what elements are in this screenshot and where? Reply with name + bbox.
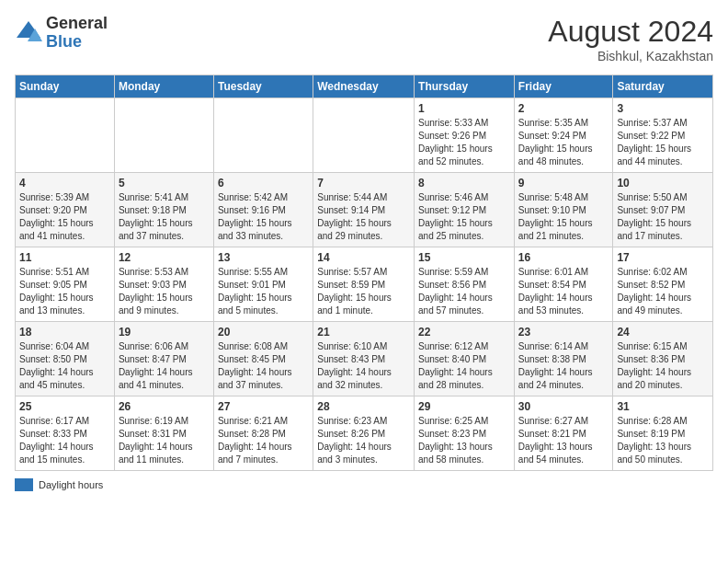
- calendar-week-row: 1Sunrise: 5:33 AM Sunset: 9:26 PM Daylig…: [16, 98, 713, 173]
- day-info: Sunrise: 6:23 AM Sunset: 8:26 PM Dayligh…: [317, 415, 410, 466]
- day-info: Sunrise: 5:44 AM Sunset: 9:14 PM Dayligh…: [317, 191, 410, 243]
- day-info: Sunrise: 6:25 AM Sunset: 8:23 PM Dayligh…: [418, 415, 510, 466]
- calendar-day-cell: 16Sunrise: 6:01 AM Sunset: 8:54 PM Dayli…: [514, 247, 613, 322]
- calendar-day-cell: 6Sunrise: 5:42 AM Sunset: 9:16 PM Daylig…: [213, 173, 313, 247]
- day-number: 29: [418, 400, 510, 413]
- day-info: Sunrise: 6:28 AM Sunset: 8:19 PM Dayligh…: [617, 415, 709, 466]
- day-number: 5: [119, 177, 210, 190]
- calendar-day-cell: 22Sunrise: 6:12 AM Sunset: 8:40 PM Dayli…: [415, 322, 515, 396]
- day-number: 11: [19, 251, 110, 264]
- legend-color-box: [15, 478, 33, 491]
- day-number: 27: [218, 400, 309, 413]
- day-number: 31: [617, 400, 709, 413]
- calendar-day-cell: 21Sunrise: 6:10 AM Sunset: 8:43 PM Dayli…: [313, 322, 415, 396]
- calendar-day-cell: 26Sunrise: 6:19 AM Sunset: 8:31 PM Dayli…: [114, 396, 213, 471]
- calendar-day-cell: 12Sunrise: 5:53 AM Sunset: 9:03 PM Dayli…: [114, 247, 213, 322]
- logo-icon: [15, 19, 42, 47]
- calendar-day-cell: 31Sunrise: 6:28 AM Sunset: 8:19 PM Dayli…: [613, 396, 713, 471]
- day-info: Sunrise: 5:53 AM Sunset: 9:03 PM Dayligh…: [119, 266, 210, 317]
- calendar-day-cell: [313, 98, 415, 173]
- location: Bishkul, Kazakhstan: [548, 49, 713, 63]
- weekday-header: Friday: [514, 75, 613, 98]
- day-info: Sunrise: 6:15 AM Sunset: 8:36 PM Dayligh…: [617, 340, 709, 392]
- calendar-day-cell: 11Sunrise: 5:51 AM Sunset: 9:05 PM Dayli…: [16, 247, 115, 322]
- day-number: 19: [119, 326, 210, 339]
- calendar-day-cell: 17Sunrise: 6:02 AM Sunset: 8:52 PM Dayli…: [613, 247, 713, 322]
- day-info: Sunrise: 5:59 AM Sunset: 8:56 PM Dayligh…: [418, 266, 510, 317]
- calendar-day-cell: 28Sunrise: 6:23 AM Sunset: 8:26 PM Dayli…: [313, 396, 415, 471]
- weekday-header: Thursday: [415, 75, 515, 98]
- calendar-day-cell: 29Sunrise: 6:25 AM Sunset: 8:23 PM Dayli…: [415, 396, 515, 471]
- calendar-day-cell: 2Sunrise: 5:35 AM Sunset: 9:24 PM Daylig…: [514, 98, 613, 173]
- weekday-header: Sunday: [16, 75, 115, 98]
- logo-blue: Blue: [46, 33, 108, 52]
- day-info: Sunrise: 6:21 AM Sunset: 8:28 PM Dayligh…: [218, 415, 309, 466]
- day-info: Sunrise: 5:41 AM Sunset: 9:18 PM Dayligh…: [119, 191, 210, 243]
- day-number: 20: [218, 326, 309, 339]
- day-number: 21: [317, 326, 410, 339]
- day-info: Sunrise: 6:08 AM Sunset: 8:45 PM Dayligh…: [218, 340, 309, 392]
- day-info: Sunrise: 6:10 AM Sunset: 8:43 PM Dayligh…: [317, 340, 410, 392]
- day-info: Sunrise: 6:14 AM Sunset: 8:38 PM Dayligh…: [518, 340, 609, 392]
- calendar-week-row: 25Sunrise: 6:17 AM Sunset: 8:33 PM Dayli…: [16, 396, 713, 471]
- calendar-day-cell: 10Sunrise: 5:50 AM Sunset: 9:07 PM Dayli…: [613, 173, 713, 247]
- day-number: 8: [418, 177, 510, 190]
- calendar-day-cell: [16, 98, 115, 173]
- logo: General Blue: [15, 15, 108, 52]
- calendar-day-cell: 25Sunrise: 6:17 AM Sunset: 8:33 PM Dayli…: [16, 396, 115, 471]
- weekday-header: Wednesday: [313, 75, 415, 98]
- calendar-day-cell: 30Sunrise: 6:27 AM Sunset: 8:21 PM Dayli…: [514, 396, 613, 471]
- day-number: 9: [518, 177, 609, 190]
- legend-label: Daylight hours: [39, 479, 103, 490]
- calendar-header-row: SundayMondayTuesdayWednesdayThursdayFrid…: [16, 75, 713, 98]
- weekday-header: Tuesday: [213, 75, 313, 98]
- day-number: 4: [19, 177, 110, 190]
- calendar-day-cell: 18Sunrise: 6:04 AM Sunset: 8:50 PM Dayli…: [16, 322, 115, 396]
- calendar-day-cell: 5Sunrise: 5:41 AM Sunset: 9:18 PM Daylig…: [114, 173, 213, 247]
- day-number: 12: [119, 251, 210, 264]
- page-header: General Blue August 2024 Bishkul, Kazakh…: [15, 15, 713, 63]
- logo-general: General: [46, 15, 108, 33]
- day-info: Sunrise: 6:04 AM Sunset: 8:50 PM Dayligh…: [19, 340, 110, 392]
- logo-text: General Blue: [46, 15, 108, 52]
- calendar-table: SundayMondayTuesdayWednesdayThursdayFrid…: [15, 75, 713, 471]
- day-info: Sunrise: 6:17 AM Sunset: 8:33 PM Dayligh…: [19, 415, 110, 466]
- calendar-day-cell: [213, 98, 313, 173]
- day-info: Sunrise: 5:48 AM Sunset: 9:10 PM Dayligh…: [518, 191, 609, 243]
- day-number: 15: [418, 251, 510, 264]
- day-info: Sunrise: 5:35 AM Sunset: 9:24 PM Dayligh…: [518, 117, 609, 168]
- calendar-week-row: 18Sunrise: 6:04 AM Sunset: 8:50 PM Dayli…: [16, 322, 713, 396]
- month-year: August 2024: [548, 15, 713, 49]
- calendar-day-cell: 15Sunrise: 5:59 AM Sunset: 8:56 PM Dayli…: [415, 247, 515, 322]
- day-info: Sunrise: 6:01 AM Sunset: 8:54 PM Dayligh…: [518, 266, 609, 317]
- calendar-day-cell: [114, 98, 213, 173]
- calendar-day-cell: 3Sunrise: 5:37 AM Sunset: 9:22 PM Daylig…: [613, 98, 713, 173]
- day-number: 26: [119, 400, 210, 413]
- day-number: 7: [317, 177, 410, 190]
- day-info: Sunrise: 5:37 AM Sunset: 9:22 PM Dayligh…: [617, 117, 709, 168]
- calendar-week-row: 11Sunrise: 5:51 AM Sunset: 9:05 PM Dayli…: [16, 247, 713, 322]
- calendar-day-cell: 13Sunrise: 5:55 AM Sunset: 9:01 PM Dayli…: [213, 247, 313, 322]
- calendar-day-cell: 1Sunrise: 5:33 AM Sunset: 9:26 PM Daylig…: [415, 98, 515, 173]
- title-block: August 2024 Bishkul, Kazakhstan: [548, 15, 713, 63]
- calendar-day-cell: 4Sunrise: 5:39 AM Sunset: 9:20 PM Daylig…: [16, 173, 115, 247]
- day-number: 3: [617, 102, 709, 115]
- calendar-day-cell: 24Sunrise: 6:15 AM Sunset: 8:36 PM Dayli…: [613, 322, 713, 396]
- day-info: Sunrise: 5:55 AM Sunset: 9:01 PM Dayligh…: [218, 266, 309, 317]
- legend: Daylight hours: [15, 478, 713, 491]
- day-info: Sunrise: 6:12 AM Sunset: 8:40 PM Dayligh…: [418, 340, 510, 392]
- day-number: 24: [617, 326, 709, 339]
- calendar-day-cell: 23Sunrise: 6:14 AM Sunset: 8:38 PM Dayli…: [514, 322, 613, 396]
- day-number: 14: [317, 251, 410, 264]
- calendar-day-cell: 8Sunrise: 5:46 AM Sunset: 9:12 PM Daylig…: [415, 173, 515, 247]
- day-number: 25: [19, 400, 110, 413]
- day-number: 13: [218, 251, 309, 264]
- day-number: 30: [518, 400, 609, 413]
- calendar-day-cell: 19Sunrise: 6:06 AM Sunset: 8:47 PM Dayli…: [114, 322, 213, 396]
- day-info: Sunrise: 5:57 AM Sunset: 8:59 PM Dayligh…: [317, 266, 410, 317]
- calendar-day-cell: 20Sunrise: 6:08 AM Sunset: 8:45 PM Dayli…: [213, 322, 313, 396]
- day-number: 16: [518, 251, 609, 264]
- day-number: 10: [617, 177, 709, 190]
- day-info: Sunrise: 6:06 AM Sunset: 8:47 PM Dayligh…: [119, 340, 210, 392]
- day-info: Sunrise: 6:02 AM Sunset: 8:52 PM Dayligh…: [617, 266, 709, 317]
